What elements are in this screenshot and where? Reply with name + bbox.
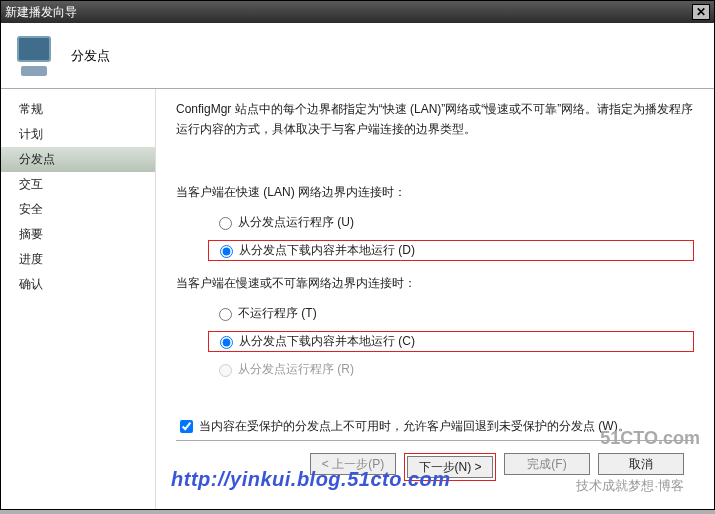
radio-run-from-dp-slow-input	[219, 364, 232, 377]
close-button[interactable]: ✕	[692, 4, 710, 20]
radio-download-local-slow[interactable]: 从分发点下载内容并本地运行 (C)	[208, 331, 694, 352]
body: 常规 计划 分发点 交互 安全 摘要 进度 确认 ConfigMgr 站点中的每…	[1, 89, 714, 509]
cancel-button[interactable]: 取消	[598, 453, 684, 475]
computer-icon	[13, 36, 61, 76]
sidebar-item-confirm[interactable]: 确认	[1, 272, 155, 297]
fallback-checkbox[interactable]	[180, 420, 193, 433]
sidebar-item-security[interactable]: 安全	[1, 197, 155, 222]
radio-run-from-dp-slow-label: 从分发点运行程序 (R)	[238, 361, 354, 378]
finish-button: 完成(F)	[504, 453, 590, 475]
sidebar-item-progress[interactable]: 进度	[1, 247, 155, 272]
radio-download-local-fast[interactable]: 从分发点下载内容并本地运行 (D)	[208, 240, 694, 261]
slow-group-label: 当客户端在慢速或不可靠网络边界内连接时：	[176, 275, 694, 292]
next-button-highlight: 下一步(N) >	[404, 453, 496, 481]
close-icon: ✕	[696, 5, 706, 19]
header-strip: 分发点	[1, 23, 714, 89]
sidebar-item-schedule[interactable]: 计划	[1, 122, 155, 147]
radio-download-local-fast-input[interactable]	[220, 245, 233, 258]
radio-download-local-fast-label: 从分发点下载内容并本地运行 (D)	[239, 242, 415, 259]
radio-run-from-dp-input[interactable]	[219, 217, 232, 230]
description-text: ConfigMgr 站点中的每个边界都指定为“快速 (LAN)”网络或“慢速或不…	[176, 99, 694, 140]
content-panel: ConfigMgr 站点中的每个边界都指定为“快速 (LAN)”网络或“慢速或不…	[156, 89, 714, 509]
wizard-window: 新建播发向导 ✕ 分发点 常规 计划 分发点 交互 安全 摘要 进度 确认 Co…	[0, 0, 715, 510]
page-title: 分发点	[71, 47, 110, 65]
back-button[interactable]: < 上一步(P)	[310, 453, 396, 475]
button-bar: < 上一步(P) 下一步(N) > 完成(F) 取消	[176, 440, 694, 505]
radio-download-local-slow-label: 从分发点下载内容并本地运行 (C)	[239, 333, 415, 350]
fallback-check-row[interactable]: 当内容在受保护的分发点上不可用时，允许客户端回退到未受保护的分发点 (W)。	[176, 417, 694, 436]
radio-run-from-dp[interactable]: 从分发点运行程序 (U)	[208, 213, 694, 232]
sidebar-item-general[interactable]: 常规	[1, 97, 155, 122]
sidebar: 常规 计划 分发点 交互 安全 摘要 进度 确认	[1, 89, 156, 509]
sidebar-item-summary[interactable]: 摘要	[1, 222, 155, 247]
fast-group-label: 当客户端在快速 (LAN) 网络边界内连接时：	[176, 184, 694, 201]
fallback-label: 当内容在受保护的分发点上不可用时，允许客户端回退到未受保护的分发点 (W)。	[199, 418, 630, 435]
sidebar-item-interaction[interactable]: 交互	[1, 172, 155, 197]
radio-download-local-slow-input[interactable]	[220, 336, 233, 349]
radio-run-from-dp-label: 从分发点运行程序 (U)	[238, 214, 354, 231]
sidebar-item-dp[interactable]: 分发点	[1, 147, 155, 172]
radio-do-not-run-input[interactable]	[219, 308, 232, 321]
titlebar: 新建播发向导 ✕	[1, 1, 714, 23]
radio-run-from-dp-slow: 从分发点运行程序 (R)	[208, 360, 694, 379]
window-title: 新建播发向导	[5, 4, 692, 21]
radio-do-not-run-label: 不运行程序 (T)	[238, 305, 317, 322]
radio-do-not-run[interactable]: 不运行程序 (T)	[208, 304, 694, 323]
next-button[interactable]: 下一步(N) >	[407, 456, 493, 478]
